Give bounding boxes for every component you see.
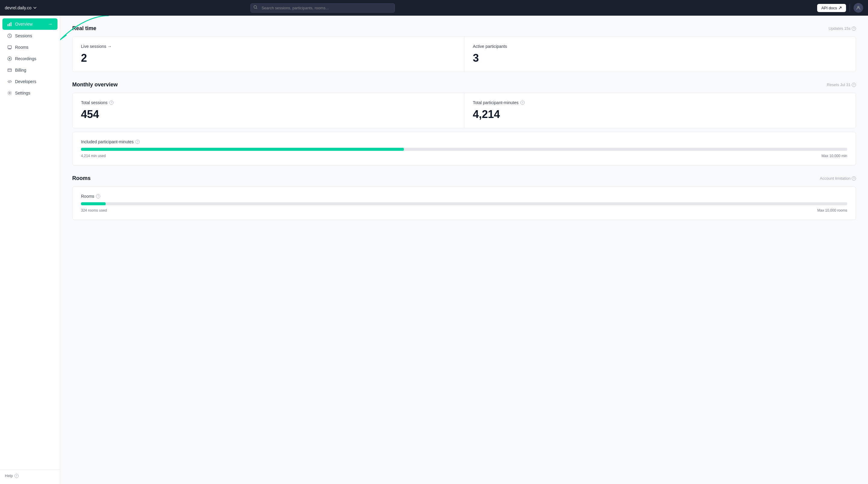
svg-rect-3 xyxy=(9,23,10,26)
sidebar-item-overview[interactable]: Overview → xyxy=(2,18,58,30)
svg-point-10 xyxy=(9,92,10,94)
included-minutes-card: Included participant-minutes ? 4,214 min… xyxy=(72,132,856,165)
user-avatar-button[interactable] xyxy=(854,3,863,13)
topnav: devrel.daily.co API docs xyxy=(0,0,868,16)
sidebar-item-billing[interactable]: Billing xyxy=(2,65,58,75)
rooms-info-icon[interactable]: ? xyxy=(96,194,100,199)
settings-icon xyxy=(7,91,12,95)
monthly-info-icon[interactable]: ? xyxy=(852,83,856,87)
sidebar-item-label: Developers xyxy=(15,79,36,84)
realtime-cards: Live sessions → 2 Active participants 3 xyxy=(72,36,856,72)
svg-rect-9 xyxy=(8,69,11,72)
recordings-icon xyxy=(7,56,12,61)
layout: Overview → Sessions Rooms xyxy=(0,16,868,484)
sessions-icon xyxy=(7,33,12,38)
live-sessions-card: Live sessions → 2 xyxy=(72,37,464,72)
monthly-title: Monthly overview xyxy=(72,82,118,88)
included-minutes-progress-bar xyxy=(81,148,847,151)
rooms-card: Rooms ? 324 rooms used Max 10,000 rooms xyxy=(72,186,856,220)
rooms-section: Rooms Account limitation ? Rooms ? 324 r… xyxy=(72,175,856,220)
sidebar-item-label: Recordings xyxy=(15,56,36,61)
rooms-fill xyxy=(81,202,106,205)
sidebar-item-recordings[interactable]: Recordings xyxy=(2,53,58,64)
search-input[interactable] xyxy=(250,3,395,13)
realtime-title: Real time xyxy=(72,25,96,32)
included-minutes-max: Max 10,000 min xyxy=(822,154,847,158)
search-container xyxy=(250,3,395,13)
chevron-down-icon xyxy=(33,6,37,10)
topnav-right: API docs xyxy=(817,3,863,13)
realtime-meta: Updates 15s ? xyxy=(829,26,856,31)
billing-icon xyxy=(7,68,12,72)
help-label: Help xyxy=(5,474,13,478)
sidebar-item-label: Billing xyxy=(15,68,26,72)
svg-rect-6 xyxy=(8,46,11,49)
rooms-progress-bar xyxy=(81,202,847,205)
rooms-max: Max 10,000 rooms xyxy=(817,208,847,212)
sidebar-arrow-icon: → xyxy=(48,21,53,27)
help-button[interactable]: Help ? xyxy=(0,470,60,482)
sidebar-item-label: Sessions xyxy=(15,33,32,38)
sidebar-item-settings[interactable]: Settings xyxy=(2,88,58,98)
total-participant-minutes-value: 4,214 xyxy=(473,108,847,121)
monthly-section: Monthly overview Resets Jul 31 ? Total s… xyxy=(72,82,856,165)
realtime-section: Real time Updates 15s ? Live sessions → … xyxy=(72,25,856,72)
rooms-meta: 324 rooms used Max 10,000 rooms xyxy=(81,208,847,212)
sidebar-item-label: Rooms xyxy=(15,45,28,50)
brand-label: devrel.daily.co xyxy=(5,5,31,10)
included-minutes-info-icon[interactable]: ? xyxy=(135,140,140,144)
live-sessions-label: Live sessions → xyxy=(81,44,456,49)
account-limitation-info-icon[interactable]: ? xyxy=(852,176,856,181)
total-sessions-card: Total sessions ? 454 xyxy=(72,93,464,128)
brand-button[interactable]: devrel.daily.co xyxy=(5,5,37,10)
main-content: Real time Updates 15s ? Live sessions → … xyxy=(60,16,868,484)
total-sessions-label: Total sessions ? xyxy=(81,100,456,105)
chart-icon xyxy=(7,22,12,27)
search-icon xyxy=(253,5,258,10)
user-icon xyxy=(856,5,861,10)
included-minutes-meta: 4,214 min used Max 10,000 min xyxy=(81,154,847,158)
api-docs-button[interactable]: API docs xyxy=(817,4,846,12)
included-minutes-label: Included participant-minutes ? xyxy=(81,139,847,144)
sidebar-item-rooms[interactable]: Rooms xyxy=(2,42,58,53)
sidebar-item-label: Settings xyxy=(15,91,30,95)
included-minutes-fill xyxy=(81,148,404,151)
help-info-icon: ? xyxy=(14,474,19,478)
sidebar-item-sessions[interactable]: Sessions xyxy=(2,30,58,41)
account-limitation-button[interactable]: Account limitation ? xyxy=(820,176,856,181)
active-participants-value: 3 xyxy=(473,52,847,64)
rooms-label: Rooms ? xyxy=(81,194,847,199)
sidebar: Overview → Sessions Rooms xyxy=(0,16,60,484)
included-minutes-used: 4,214 min used xyxy=(81,154,106,158)
realtime-header: Real time Updates 15s ? xyxy=(72,25,856,32)
active-participants-card: Active participants 3 xyxy=(464,37,856,72)
monthly-cards: Total sessions ? 454 Total participant-m… xyxy=(72,93,856,128)
rooms-title: Rooms xyxy=(72,175,91,181)
total-sessions-value: 454 xyxy=(81,108,456,121)
svg-point-1 xyxy=(858,6,859,8)
rooms-header: Rooms Account limitation ? xyxy=(72,175,856,181)
monthly-meta: Resets Jul 31 ? xyxy=(827,83,856,87)
realtime-info-icon[interactable]: ? xyxy=(852,27,856,31)
svg-point-8 xyxy=(9,58,10,60)
svg-rect-2 xyxy=(7,24,8,26)
live-sessions-value: 2 xyxy=(81,52,456,64)
sidebar-item-label: Overview xyxy=(15,22,32,27)
total-participant-minutes-card: Total participant-minutes ? 4,214 xyxy=(464,93,856,128)
active-participants-label: Active participants xyxy=(473,44,847,49)
monthly-header: Monthly overview Resets Jul 31 ? xyxy=(72,82,856,88)
total-sessions-info-icon[interactable]: ? xyxy=(109,100,114,105)
sidebar-item-developers[interactable]: Developers xyxy=(2,76,58,87)
external-link-icon xyxy=(838,6,842,10)
developers-icon xyxy=(7,79,12,84)
svg-rect-4 xyxy=(10,22,11,26)
rooms-icon xyxy=(7,45,12,50)
rooms-used: 324 rooms used xyxy=(81,208,107,212)
participant-minutes-info-icon[interactable]: ? xyxy=(520,100,525,105)
total-participant-minutes-label: Total participant-minutes ? xyxy=(473,100,847,105)
